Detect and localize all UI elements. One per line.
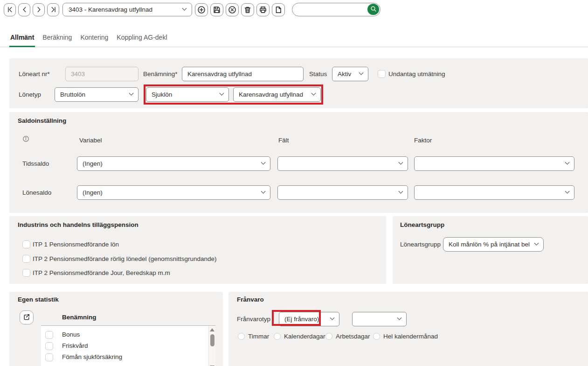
- tidssaldo-faktor-select[interactable]: [414, 156, 574, 171]
- undantag-utmatning-label: Undantag utmätning: [388, 67, 445, 81]
- loneartsgrupp-label: Löneartsgrupp: [400, 237, 441, 252]
- cancel-button[interactable]: [226, 3, 239, 16]
- itp-title: Industrins och handelns tilläggspension: [18, 221, 138, 228]
- benamning-column-header: Benämning: [62, 314, 97, 321]
- external-link-icon: [23, 313, 30, 322]
- open-statistics-button[interactable]: [20, 310, 34, 324]
- friskvard-checkbox[interactable]: [45, 342, 53, 350]
- chevron-right-icon: [35, 6, 42, 13]
- itp-panel: Industrins och handelns tilläggspension …: [9, 216, 386, 284]
- copy-document-icon: [274, 6, 283, 14]
- tidssaldo-variabel-select[interactable]: (Ingen): [77, 156, 270, 171]
- lonetyp-label: Lönetyp: [19, 87, 41, 102]
- list-item-label: Bonus: [62, 331, 80, 338]
- chevron-down-icon: [565, 160, 570, 165]
- loneart-nr-label: Löneart nr*: [19, 67, 50, 81]
- search-button[interactable]: [367, 4, 379, 15]
- status-select[interactable]: Aktiv: [332, 67, 368, 81]
- itp2-rorlig-label: ITP 2 Pensionsmedförande rörlig lönedel …: [33, 252, 217, 266]
- first-record-button[interactable]: [4, 3, 16, 16]
- tab-allmant[interactable]: Allmänt: [9, 29, 35, 47]
- falt-column-header: Fält: [278, 133, 289, 148]
- lonesaldo-faktor-select[interactable]: [414, 185, 574, 200]
- lonesaldo-row-label: Lönesaldo: [22, 185, 51, 200]
- list-scrollbar[interactable]: [208, 326, 215, 366]
- plus-circle-icon: [197, 6, 206, 14]
- itp2-jour-label: ITP 2 Pensionsmedförande Jour, Beredskap…: [33, 266, 170, 280]
- benamning-field[interactable]: [182, 67, 304, 81]
- chevron-down-icon: [399, 160, 403, 165]
- record-selector-value: 3403 - Karensavdrag utfyllnad: [69, 6, 152, 13]
- search-input[interactable]: [298, 4, 363, 15]
- tidssaldo-falt-select[interactable]: [277, 156, 408, 171]
- franvaro-secondary-select[interactable]: [352, 312, 407, 326]
- chevron-down-icon: [311, 91, 316, 96]
- record-selector[interactable]: 3403 - Karensavdrag utfyllnad: [62, 3, 192, 16]
- saldoinstallning-title: Saldoinställning: [18, 117, 66, 124]
- first-record-icon: [7, 6, 14, 13]
- franvaro-panel: Frånvaro Frånvarotyp (Ej frånvaro) Timma…: [228, 292, 588, 366]
- list-item-label: Friskvård: [62, 342, 88, 349]
- scroll-up-icon[interactable]: [210, 328, 214, 331]
- chevron-down-icon: [399, 189, 403, 194]
- undantag-utmatning-checkbox[interactable]: [378, 70, 386, 78]
- info-icon[interactable]: [22, 135, 29, 144]
- scrollbar-thumb[interactable]: [210, 334, 214, 346]
- egen-statistik-panel: Egen statistik Benämning Bonus Friskvård…: [9, 292, 223, 366]
- next-record-button[interactable]: [33, 3, 45, 16]
- benamning-label: Benämning*: [143, 67, 178, 81]
- itp2-rorlig-checkbox[interactable]: [22, 255, 30, 263]
- add-button[interactable]: [195, 3, 208, 16]
- loneartsgrupp-panel: Löneartsgrupp Löneartsgrupp Koll månlön …: [393, 216, 588, 284]
- itp1-checkbox[interactable]: [22, 240, 30, 248]
- hel-kalendermanad-radio[interactable]: [373, 333, 380, 340]
- franvaro-title: Frånvaro: [237, 296, 264, 303]
- bonus-checkbox[interactable]: [45, 331, 53, 339]
- egen-statistik-title: Egen statistik: [18, 296, 59, 303]
- save-icon: [213, 6, 221, 14]
- timmar-label: Timmar: [248, 329, 269, 344]
- print-button[interactable]: [256, 3, 270, 16]
- lonetyp-sub1-select[interactable]: Sjuklön: [146, 87, 229, 102]
- lonetyp-sub2-select[interactable]: Karensavdrag utfyllnad: [233, 87, 321, 102]
- chevron-down-icon: [129, 91, 134, 96]
- general-panel: Löneart nr* Benämning* Status Aktiv Unda…: [9, 58, 588, 108]
- toolbar: 3403 - Karensavdrag utfyllnad: [4, 3, 380, 16]
- foman-sjukforsakring-checkbox[interactable]: [45, 353, 53, 361]
- itp2-jour-checkbox[interactable]: [22, 269, 30, 277]
- tab-berakning[interactable]: Beräkning: [42, 29, 73, 47]
- copy-button[interactable]: [272, 3, 285, 16]
- tidssaldo-row-label: Tidssaldo: [22, 156, 49, 171]
- saldoinstallning-panel: Saldoinställning Variabel Fält Faktor Ti…: [9, 112, 588, 213]
- timmar-radio[interactable]: [238, 333, 245, 340]
- previous-record-button[interactable]: [18, 3, 30, 16]
- printer-icon: [259, 6, 267, 14]
- tab-koppling-ag-dekl[interactable]: Koppling AG-dekl: [116, 29, 168, 47]
- chevron-left-icon: [21, 6, 28, 13]
- lonesaldo-variabel-select[interactable]: (Ingen): [77, 185, 270, 200]
- delete-button[interactable]: [241, 3, 254, 16]
- chevron-down-icon: [220, 91, 224, 96]
- faktor-column-header: Faktor: [414, 133, 432, 148]
- tab-kontering[interactable]: Kontering: [79, 29, 109, 47]
- chevron-down-icon: [359, 70, 364, 75]
- status-label: Status: [309, 67, 327, 81]
- kalenderdagar-label: Kalenderdagar: [284, 329, 325, 344]
- kalenderdagar-radio[interactable]: [274, 333, 281, 340]
- search-bar: [292, 3, 380, 16]
- chevron-down-icon: [397, 316, 402, 320]
- tab-bar: Allmänt Beräkning Kontering Koppling AG-…: [0, 29, 588, 47]
- franvarotyp-highlight-box: [272, 310, 321, 326]
- chevron-down-icon: [261, 189, 266, 194]
- chevron-down-icon: [261, 160, 266, 165]
- save-button[interactable]: [210, 3, 223, 16]
- last-record-button[interactable]: [47, 3, 59, 16]
- arbetsdagar-radio[interactable]: [325, 333, 332, 340]
- loneart-nr-field: [65, 67, 138, 81]
- loneartsgrupp-title: Löneartsgrupp: [400, 221, 444, 228]
- lonesaldo-falt-select[interactable]: [277, 185, 408, 200]
- loneartsgrupp-select[interactable]: Koll månlön % på intjänat bel: [443, 237, 544, 252]
- hel-kalendermanad-label: Hel kalendermånad: [383, 329, 438, 344]
- trash-icon: [243, 6, 252, 14]
- lonetyp-select[interactable]: Bruttolön: [55, 87, 138, 102]
